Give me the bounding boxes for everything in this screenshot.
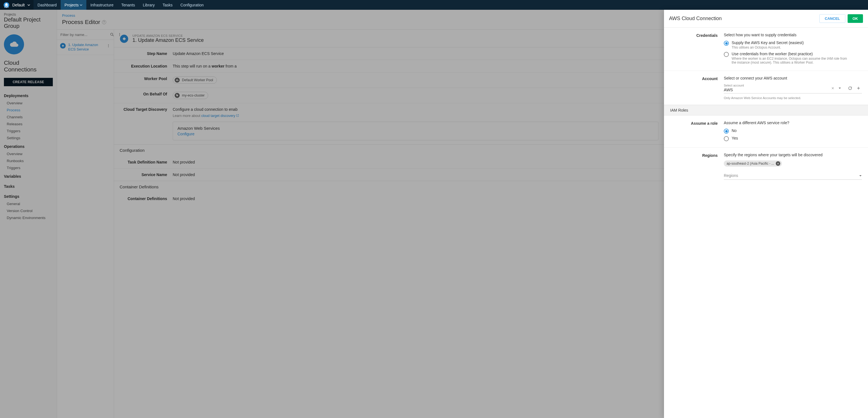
assume-role-row: Assume a role Assume a different AWS ser… — [664, 115, 868, 148]
breadcrumb[interactable]: Projects — [0, 10, 57, 16]
sidenav-deployments-triggers[interactable]: Triggers — [0, 128, 57, 135]
sidenav-deployments-settings[interactable]: Settings — [0, 135, 57, 141]
sidenav-operations-header[interactable]: Operations — [0, 141, 57, 150]
cancel-button[interactable]: CANCEL — [819, 14, 845, 23]
step-detail-title: 1. Update Amazon ECS Service — [132, 37, 204, 43]
ctd-learn-link[interactable]: cloud target discovery — [201, 114, 239, 118]
kv-ctd-key: Cloud Target Discovery — [120, 107, 167, 140]
kv-cloud-target-discovery: Cloud Target Discovery Configure a cloud… — [114, 103, 664, 144]
top-nav: Default Dashboard Projects Infrastructur… — [0, 0, 868, 10]
radio-dot-icon — [724, 41, 729, 46]
kv-behalf-key: On Behalf Of — [120, 92, 167, 99]
process-breadcrumb[interactable]: Process — [62, 13, 75, 18]
ctd-hint: Learn more about cloud target discovery — [173, 114, 658, 118]
kv-on-behalf: On Behalf Of my-ecs-cluster — [114, 88, 664, 103]
sidenav-settings-version-control[interactable]: Version Control — [0, 207, 57, 214]
configuration-section-header: Configuration — [114, 144, 664, 156]
create-release-button[interactable]: CREATE RELEASE — [4, 78, 53, 86]
kv-step-name: Step Name Update Amazon ECS Service — [114, 47, 664, 60]
nav-tenants-label: Tenants — [121, 3, 135, 7]
account-value: AWS — [724, 88, 733, 92]
sidenav-settings-header[interactable]: Settings — [0, 191, 57, 200]
step-row-kebab-icon[interactable] — [105, 43, 112, 49]
drawer-title: AWS Cloud Connection — [669, 15, 721, 22]
project-group-title: Default Project Group — [0, 16, 57, 32]
credentials-row: Credentials Select how you want to suppl… — [664, 28, 868, 71]
credentials-radio-key-secret[interactable]: Supply the AWS Key and Secret (easiest) … — [724, 40, 862, 49]
assume-radio-no[interactable]: No — [724, 128, 862, 134]
regions-select[interactable]: Regions — [724, 172, 862, 180]
octopus-logo-icon — [3, 2, 9, 8]
account-hint: Only Amazon Web Service Accounts may be … — [724, 96, 862, 100]
account-select[interactable]: Select account AWS — [724, 84, 862, 94]
nav-infra-label: Infrastructure — [90, 3, 113, 7]
step-filter-input[interactable] — [60, 33, 107, 37]
sidenav-deployments-channels[interactable]: Channels — [0, 113, 57, 120]
step-detail: UPDATE AMAZON ECS SERVICE 1. Update Amaz… — [114, 30, 664, 418]
chevron-down-icon — [27, 4, 30, 6]
region-chip[interactable]: ap-southeast-2 (Asia Pacific - ... ✕ — [724, 161, 782, 167]
worker-pool-chip[interactable]: Default Worker Pool — [173, 76, 217, 84]
nav-dashboard-label: Dashboard — [37, 3, 57, 7]
account-dropdown-icon[interactable] — [837, 86, 842, 91]
sidenav-settings-general[interactable]: General — [0, 200, 57, 207]
help-icon[interactable]: ? — [102, 20, 106, 24]
aws-connection-card: Amazon Web Services Configure — [173, 121, 658, 140]
account-float-label: Select account — [724, 84, 744, 87]
project-name: Cloud Connections — [0, 57, 57, 75]
kv-worker-pool: Worker Pool Default Worker Pool — [114, 72, 664, 88]
regions-lead: Specify the regions where your targets w… — [724, 153, 862, 157]
project-logo — [4, 34, 24, 55]
nav-tasks[interactable]: Tasks — [159, 0, 177, 10]
nav-dashboard[interactable]: Dashboard — [34, 0, 61, 10]
svg-point-9 — [108, 45, 109, 46]
ok-button[interactable]: OK — [847, 14, 863, 23]
app-body: Projects Default Project Group Cloud Con… — [0, 10, 868, 418]
external-link-icon — [236, 114, 239, 117]
step-detail-subtitle: UPDATE AMAZON ECS SERVICE — [132, 34, 204, 37]
kv-wp-key: Worker Pool — [120, 76, 167, 84]
sidenav-operations-triggers[interactable]: Triggers — [0, 164, 57, 171]
credentials-label: Credentials — [670, 33, 718, 66]
kv-exec-bold: worker — [212, 64, 224, 68]
account-clear-icon[interactable] — [830, 85, 836, 91]
account-add-icon[interactable] — [855, 85, 862, 92]
account-lead: Select or connect your AWS account — [724, 76, 862, 80]
sidenav-operations-overview[interactable]: Overview — [0, 150, 57, 158]
assume-lead: Assume a different AWS service role? — [724, 120, 862, 125]
svg-rect-13 — [176, 79, 177, 81]
sidenav-settings-dynamic-env[interactable]: Dynamic Environments — [0, 214, 57, 221]
behalf-chip[interactable]: my-ecs-cluster — [173, 92, 208, 99]
sidenav-deployments-releases[interactable]: Releases — [0, 120, 57, 128]
credentials-radio-worker[interactable]: Use credentials from the worker (best pr… — [724, 51, 862, 65]
sidenav-deployments-header[interactable]: Deployments — [0, 91, 57, 100]
assume-radio-yes[interactable]: Yes — [724, 136, 862, 141]
sidenav-operations-runbooks[interactable]: Runbooks — [0, 158, 57, 164]
kv-container-defs: Container Definitions Not provided — [114, 193, 664, 205]
nav-infrastructure[interactable]: Infrastructure — [86, 0, 117, 10]
nav-configuration[interactable]: Configuration — [177, 0, 208, 10]
credentials-opt1-label: Supply the AWS Key and Secret (easiest) — [732, 40, 804, 45]
space-switcher[interactable]: Default — [0, 0, 34, 10]
behalf-chip-label: my-ecs-cluster — [182, 94, 205, 97]
sidenav-deployments-overview[interactable]: Overview — [0, 100, 57, 107]
account-label: Account — [670, 76, 718, 100]
step-detail-badge-icon — [120, 34, 129, 43]
step-row[interactable]: 1. Update Amazon ECS Service — [57, 40, 114, 55]
account-refresh-icon[interactable] — [847, 85, 854, 92]
kv-exec-post: from a — [224, 64, 237, 68]
sidenav-tasks[interactable]: Tasks — [0, 181, 57, 191]
aws-card-configure-link[interactable]: Configure — [178, 132, 194, 136]
sidenav-deployments-process[interactable]: Process — [0, 107, 57, 113]
nav-projects[interactable]: Projects — [61, 0, 87, 10]
credentials-opt1-help: This utilises an Octopus Account. — [732, 45, 804, 49]
nav-tenants[interactable]: Tenants — [117, 0, 139, 10]
regions-label: Regions — [670, 153, 718, 180]
nav-tasks-label: Tasks — [163, 3, 173, 7]
radio-dot-icon — [724, 52, 729, 57]
nav-library[interactable]: Library — [139, 0, 159, 10]
sidenav-variables[interactable]: Variables — [0, 171, 57, 181]
chip-remove-icon[interactable]: ✕ — [776, 161, 780, 166]
kv-task-def-name: Task Definition Name Not provided — [114, 156, 664, 168]
nav-projects-label: Projects — [65, 3, 79, 7]
